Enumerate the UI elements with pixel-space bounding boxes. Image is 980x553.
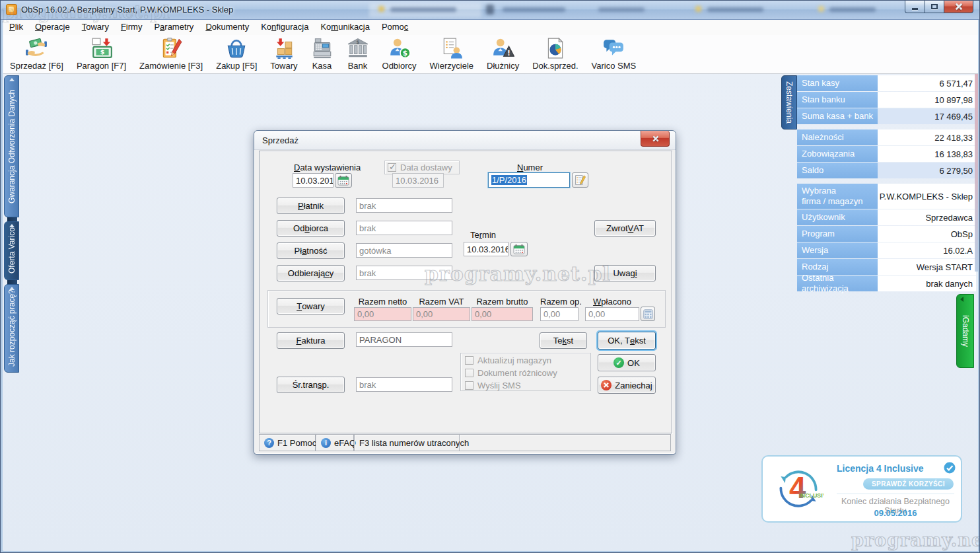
data-wystawienia-field[interactable]: 10.03.2016 (293, 173, 333, 188)
menu-pomoc[interactable]: Pomoc (376, 20, 414, 34)
toolbar-wierzyciele[interactable]: Wierzyciele (423, 35, 480, 71)
termin-field[interactable]: 10.03.2016 (464, 242, 508, 256)
license-end-date: 09.05.2016 (831, 508, 960, 518)
aktualizuj-magazyn-checkbox[interactable] (465, 356, 473, 365)
app-icon[interactable] (6, 4, 17, 15)
person-warning-icon: ! (492, 37, 514, 59)
faktura-button[interactable]: Faktura (277, 332, 345, 349)
close-button[interactable] (944, 1, 973, 13)
dialog-close-button[interactable] (641, 131, 670, 147)
menu-komunikacja[interactable]: Komunikacja (314, 20, 375, 34)
summary-row: UżytkownikSprzedawca (797, 209, 976, 225)
toolbar-zakup[interactable]: Zakup [F5] (209, 35, 263, 71)
zwrot-vat-button[interactable]: Zwrot VAT (594, 220, 656, 237)
towary-button[interactable]: Towary (277, 298, 345, 314)
person-dollar-icon: $ (388, 37, 411, 59)
platnik-field[interactable]: brak (356, 198, 452, 213)
menu-firmy[interactable]: Firmy (115, 20, 149, 34)
menu-parametry[interactable]: Parametry (148, 20, 199, 34)
help-icon: ? (264, 438, 274, 448)
zaniechaj-button[interactable]: Zaniechaj (598, 377, 656, 394)
efaq-button[interactable]: i eFAQ (316, 434, 354, 451)
ok-tekst-button[interactable]: OK, Tekst (598, 332, 656, 350)
menu-konfiguracja[interactable]: Konfiguracja (255, 20, 314, 34)
data-dostawy-checkbox[interactable] (388, 163, 396, 172)
toolbar-label: Zakup [F5] (216, 61, 257, 71)
wplacono-header: Wpłacono (585, 297, 639, 307)
license-divider (837, 494, 954, 494)
clipboard-pencil-icon (160, 37, 182, 59)
zaniechaj-label: Zaniechaj (615, 381, 652, 390)
menu-towary[interactable]: Towary (76, 20, 115, 34)
efaq-label: eFAQ (334, 438, 356, 448)
toolbar-zamowienie[interactable]: Zamówienie [F3] (133, 35, 209, 71)
odbiorca-field[interactable]: brak (356, 221, 452, 235)
aktualizuj-magazyn-row: Aktualizuj magazyn (465, 354, 590, 366)
svg-text:!: ! (507, 49, 510, 57)
razem-vat-field: 0,00 (413, 307, 470, 321)
basket-icon (225, 37, 248, 59)
toolbar-sprzedaz[interactable]: Sprzedaż [F6] (3, 35, 70, 71)
toolbar-bank[interactable]: $ Bank (340, 35, 376, 71)
background-text-blur (503, 7, 565, 12)
menu-dokumenty[interactable]: Dokumenty (199, 20, 255, 34)
dokument-roznicowy-checkbox[interactable] (465, 369, 473, 377)
calendar-icon (337, 175, 349, 186)
razem-op-header: Razem op. (540, 297, 578, 307)
termin-calendar-button[interactable] (510, 242, 528, 256)
aktualizuj-magazyn-label: Aktualizuj magazyn (477, 355, 551, 365)
left-tab-label: Jak rozpocząć pracę? (7, 290, 17, 367)
odbierajacy-field[interactable]: brak (356, 266, 452, 280)
left-tab-oferta-varico[interactable]: Oferta Varico (4, 221, 19, 280)
zestawienia-label: Zestawienia (785, 81, 794, 124)
wplacono-field[interactable]: 0,00 (585, 307, 639, 321)
toolbar-odbiorcy[interactable]: $ Odbiorcy (376, 35, 423, 71)
calendar-button[interactable] (335, 173, 352, 188)
data-wystawienia-label: Data wystawienia (294, 163, 361, 172)
sprawdz-korzysci-button[interactable]: SPRAWDŹ KORZYŚCI (863, 478, 954, 490)
left-tab-gwarancja[interactable]: Gwarancja Odtworzenia Danych (4, 75, 19, 217)
info-icon: i (321, 438, 331, 448)
razem-netto-field: 0,00 (354, 307, 411, 321)
f1-pomoc-button[interactable]: ? F1 Pomoc (259, 434, 316, 451)
razem-op-field[interactable]: 0,00 (540, 307, 578, 321)
platnik-button[interactable]: Płatnik (277, 198, 345, 214)
toolbar-varico-sms[interactable]: Varico SMS (585, 35, 643, 71)
maximize-button[interactable] (925, 1, 944, 13)
toolbar-kasa[interactable]: Kasa (304, 35, 340, 71)
summary-row: Stan kasy6 571,47 (797, 75, 976, 91)
platnosc-button[interactable]: Płatność (277, 242, 345, 259)
ok-button[interactable]: ✓ OK (598, 354, 656, 371)
numer-selected-text: 1/P/2016 (491, 175, 527, 185)
toolbar-dok-sprzed[interactable]: Dok.sprzed. (526, 35, 584, 71)
toolbar-towary[interactable]: Towary (263, 35, 304, 71)
wyslij-sms-checkbox[interactable] (465, 381, 473, 390)
sr-transp-field[interactable]: brak (356, 377, 452, 392)
left-tab-label: Oferta Varico (7, 228, 17, 274)
sr-transp-button[interactable]: Śr.transp. (277, 377, 345, 393)
menu-operacje[interactable]: Operacje (29, 20, 76, 34)
faktura-field[interactable]: PARAGON (356, 332, 452, 347)
toolbar-paragon[interactable]: $ Paragon [F7] (70, 35, 133, 71)
calculator-button[interactable] (641, 307, 655, 321)
odbierajacy-button[interactable]: Odbierający (277, 265, 345, 281)
toolbar-label: Towary (270, 61, 297, 71)
zestawienia-tab[interactable]: Zestawienia (781, 75, 797, 129)
igadamy-tab[interactable]: iGadamy (956, 294, 974, 368)
close-icon (955, 3, 962, 11)
platnosc-field[interactable]: gotówka (356, 243, 452, 258)
tekst-button[interactable]: Tekst (540, 332, 587, 349)
background-text-blur (829, 7, 876, 12)
document-chart-icon (544, 37, 567, 59)
numbering-button[interactable] (572, 172, 588, 188)
left-tab-jak-rozpoczac[interactable]: Jak rozpocząć pracę? (4, 284, 19, 373)
menu-plik[interactable]: Plik (3, 20, 29, 34)
odbiorca-button[interactable]: Odbiorca (277, 220, 345, 237)
numer-field[interactable]: 1/P/2016 (488, 172, 570, 188)
f3-lista-button[interactable]: F3 lista numerów utraconych (354, 434, 460, 451)
razem-vat-header: Razem VAT (413, 297, 470, 307)
minimize-button[interactable] (905, 1, 925, 13)
toolbar-dluznicy[interactable]: ! Dłużnicy (480, 35, 526, 71)
uwagi-button[interactable]: Uwagi (594, 265, 656, 281)
chat-bubbles-icon (602, 37, 625, 59)
